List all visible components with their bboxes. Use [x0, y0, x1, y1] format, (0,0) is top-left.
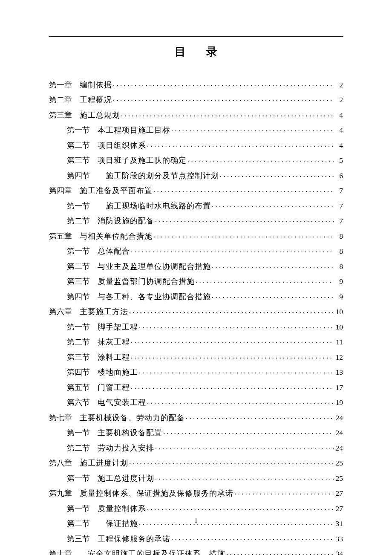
toc-entry[interactable]: 第一节总体配合8	[49, 246, 343, 255]
toc-entry[interactable]: 第一节施工总进度计划25	[49, 473, 343, 482]
toc-page-number: 25	[334, 475, 343, 483]
toc-entry[interactable]: 第八章施工进度计划25	[49, 458, 343, 467]
toc-page-number: 10	[334, 324, 343, 331]
toc-leader-dots	[212, 261, 334, 269]
toc-entry[interactable]: 第一节本工程项目施工目标4	[49, 125, 343, 134]
toc-entry[interactable]: 第四章施工准备及平面布置7	[49, 186, 343, 195]
toc-entry[interactable]: 第五章与相关单位配合措施8	[49, 231, 343, 240]
toc-entry-title: 劳动力投入安排	[98, 445, 154, 452]
toc-page-number: 7	[334, 217, 343, 225]
toc-entry[interactable]: 第二节劳动力投入安排24	[49, 443, 343, 452]
toc-chapter-label: 第一节	[67, 505, 90, 513]
toc-entry-title: 工程概况	[80, 96, 112, 104]
toc-leader-dots	[155, 473, 334, 481]
toc-leader-dots	[113, 95, 334, 103]
toc-leader-dots	[113, 80, 334, 87]
toc-entry[interactable]: 第九章质量控制体系、保证措施及保修服务的承诺27	[49, 489, 343, 497]
toc-entry[interactable]: 第四节楼地面施工13	[49, 367, 343, 376]
toc-page-number: 8	[334, 233, 343, 240]
toc-page-number: 2	[334, 96, 343, 104]
toc-entry-title: 质量控制体系、保证措施及保修服务的承诺	[80, 490, 233, 497]
toc-chapter-label: 第五章	[49, 233, 72, 240]
toc-chapter-label: 第二节	[67, 445, 90, 452]
toc-entry[interactable]: 第四节与各工种、各专业协调配合措施9	[49, 292, 343, 301]
toc-entry-title: 涂料工程	[98, 354, 130, 361]
toc-page-number: 25	[334, 460, 343, 467]
toc-page-number: 5	[334, 157, 343, 165]
toc-chapter-label: 第四节	[67, 293, 90, 301]
toc-page-number: 12	[334, 354, 343, 361]
toc-chapter-label: 第三章	[49, 112, 72, 119]
toc-entry[interactable]: 第六章主要施工方法10	[49, 307, 343, 316]
toc-leader-dots	[147, 503, 334, 511]
toc-leader-dots	[131, 352, 334, 360]
toc-chapter-label: 第十章	[49, 550, 72, 555]
toc-entry[interactable]: 第一节主要机构设备配置24	[49, 428, 343, 437]
toc-page-number: 27	[334, 490, 343, 497]
toc-page-number: 9	[334, 293, 343, 301]
toc-page-number: 6	[334, 172, 343, 180]
toc-entry[interactable]: 第二章工程概况2	[49, 95, 343, 104]
toc-chapter-label: 第九章	[49, 490, 72, 497]
page-number-footer: 1	[0, 517, 392, 524]
toc-entry-title: 本工程项目施工目标	[98, 127, 170, 134]
toc-chapter-label: 第六节	[67, 399, 90, 407]
toc-leader-dots	[139, 322, 334, 330]
toc-entry-title: 与各工种、各专业协调配合措施	[98, 293, 211, 301]
toc-page-number: 13	[334, 369, 343, 376]
toc-entry[interactable]: 第二节项目组织体系4	[49, 140, 343, 149]
toc-entry[interactable]: 第三节质量监督部门协调配合措施9	[49, 277, 343, 286]
toc-entry[interactable]: 第六节电气安装工程19	[49, 398, 343, 407]
toc-entry[interactable]: 第十章 安全文明施工的目标及保证体系、措施34	[49, 549, 343, 555]
toc-entry[interactable]: 第二节抹灰工程11	[49, 337, 343, 346]
toc-entry[interactable]: 第七章主要机械设备、劳动力的配备24	[49, 413, 343, 422]
toc-chapter-label: 第一节	[67, 202, 90, 210]
toc-entry-title: 项目班子及施工队的确定	[98, 157, 187, 165]
toc-entry-title: 质量控制体系	[98, 505, 146, 513]
toc-page-number: 11	[334, 338, 343, 346]
toc-entry[interactable]: 第三节涂料工程12	[49, 352, 343, 361]
toc-entry[interactable]: 第一节脚手架工程10	[49, 322, 343, 331]
toc-entry[interactable]: 第二节与业主及监理单位协调配合措施8	[49, 261, 343, 270]
table-of-contents: 第一章编制依据2第二章工程概况2第三章施工总规划4第一节本工程项目施工目标4第二…	[49, 80, 343, 555]
toc-entry[interactable]: 第一节 施工现场临时水电线路的布置7	[49, 201, 343, 210]
toc-chapter-label: 第二节	[67, 142, 90, 150]
toc-chapter-label: 第一节	[67, 248, 90, 255]
toc-entry[interactable]: 第一节质量控制体系27	[49, 503, 343, 512]
toc-chapter-label: 第六章	[49, 308, 72, 316]
document-page: 目录 第一章编制依据2第二章工程概况2第三章施工总规划4第一节本工程项目施工目标…	[0, 0, 392, 555]
toc-entry-title: 编制依据	[80, 81, 112, 89]
toc-chapter-label: 第三节	[67, 157, 90, 165]
toc-leader-dots	[171, 125, 334, 133]
toc-entry-title: 脚手架工程	[98, 324, 138, 331]
toc-page-number: 24	[334, 414, 343, 422]
toc-entry[interactable]: 第二节消防设施的配备7	[49, 216, 343, 225]
toc-leader-dots	[155, 216, 334, 224]
toc-entry-title: 主要机构设备配置	[98, 429, 162, 437]
toc-leader-dots	[212, 292, 334, 299]
toc-leader-dots	[129, 307, 334, 315]
toc-chapter-label: 第四章	[49, 187, 72, 195]
toc-page-number: 2	[334, 81, 343, 89]
toc-page-number: 10	[334, 308, 343, 316]
toc-chapter-label: 第一节	[67, 324, 90, 331]
toc-chapter-label: 第五节	[67, 384, 90, 392]
toc-entry-title: 施工总规划	[80, 112, 120, 119]
toc-chapter-label: 第三节	[67, 535, 90, 543]
toc-entry[interactable]: 第五节门窗工程17	[49, 382, 343, 391]
toc-chapter-label: 第二节	[67, 338, 90, 346]
toc-page-number: 4	[334, 127, 343, 134]
toc-entry[interactable]: 第三节工程保修服务的承诺33	[49, 534, 343, 543]
toc-entry-title: 与业主及监理单位协调配合措施	[98, 263, 211, 271]
toc-entry[interactable]: 第三章施工总规划4	[49, 110, 343, 119]
toc-entry-title: 门窗工程	[98, 384, 130, 392]
toc-leader-dots	[155, 443, 334, 451]
toc-entry[interactable]: 第四节 施工阶段的划分及节点控制计划6	[49, 171, 343, 179]
toc-entry-title: 电气安装工程	[98, 399, 146, 407]
toc-entry[interactable]: 第一章编制依据2	[49, 80, 343, 89]
toc-page-number: 8	[334, 263, 343, 271]
toc-page-number: 24	[334, 445, 343, 452]
toc-leader-dots	[131, 382, 334, 390]
toc-page-number: 19	[334, 399, 343, 407]
toc-entry[interactable]: 第三节项目班子及施工队的确定5	[49, 156, 343, 165]
